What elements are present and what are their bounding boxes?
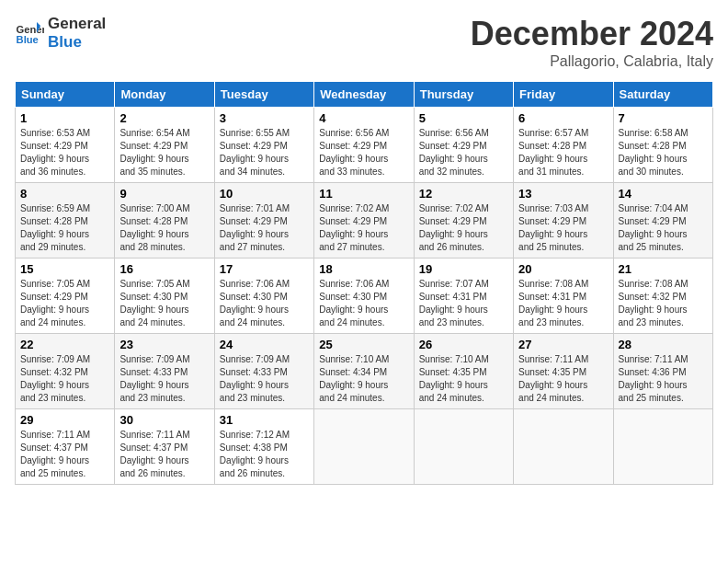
- day-info: Sunrise: 7:03 AMSunset: 4:29 PMDaylight:…: [518, 202, 608, 254]
- day-cell: 29Sunrise: 7:11 AMSunset: 4:37 PMDayligh…: [16, 409, 115, 485]
- day-info: Sunrise: 7:04 AMSunset: 4:29 PMDaylight:…: [619, 202, 708, 254]
- weekday-wednesday: Wednesday: [314, 82, 414, 108]
- day-cell: 14Sunrise: 7:04 AMSunset: 4:29 PMDayligh…: [613, 183, 712, 259]
- day-info: Sunrise: 7:02 AMSunset: 4:29 PMDaylight:…: [319, 202, 408, 254]
- day-info: Sunrise: 7:06 AMSunset: 4:30 PMDaylight:…: [319, 278, 408, 329]
- day-cell: 7Sunrise: 6:58 AMSunset: 4:28 PMDaylight…: [613, 108, 712, 183]
- day-number: 18: [319, 262, 408, 276]
- day-number: 8: [20, 187, 109, 201]
- day-cell: [514, 409, 613, 485]
- day-info: Sunrise: 7:11 AMSunset: 4:36 PMDaylight:…: [619, 353, 708, 405]
- day-number: 3: [220, 111, 309, 125]
- location-subtitle: Pallagorio, Calabria, Italy: [471, 53, 713, 70]
- title-block: December 2024 Pallagorio, Calabria, Ital…: [471, 15, 713, 70]
- day-number: 24: [220, 338, 309, 351]
- day-number: 11: [319, 187, 408, 201]
- day-info: Sunrise: 7:09 AMSunset: 4:33 PMDaylight:…: [119, 353, 209, 405]
- day-cell: 1Sunrise: 6:53 AMSunset: 4:29 PMDaylight…: [16, 108, 115, 183]
- day-number: 9: [119, 187, 209, 201]
- day-info: Sunrise: 6:55 AMSunset: 4:29 PMDaylight:…: [220, 127, 309, 178]
- day-cell: 19Sunrise: 7:07 AMSunset: 4:31 PMDayligh…: [414, 259, 513, 334]
- weekday-monday: Monday: [115, 82, 214, 108]
- week-row-3: 15Sunrise: 7:05 AMSunset: 4:29 PMDayligh…: [16, 259, 713, 334]
- day-number: 15: [20, 262, 109, 276]
- day-cell: 22Sunrise: 7:09 AMSunset: 4:32 PMDayligh…: [16, 334, 115, 409]
- day-cell: 30Sunrise: 7:11 AMSunset: 4:37 PMDayligh…: [115, 409, 214, 485]
- day-info: Sunrise: 7:05 AMSunset: 4:30 PMDaylight:…: [119, 278, 209, 329]
- day-cell: 28Sunrise: 7:11 AMSunset: 4:36 PMDayligh…: [613, 334, 712, 409]
- day-number: 10: [220, 187, 309, 201]
- day-number: 22: [20, 338, 109, 351]
- day-cell: [414, 409, 513, 485]
- calendar-table: SundayMondayTuesdayWednesdayThursdayFrid…: [15, 81, 713, 485]
- day-cell: 12Sunrise: 7:02 AMSunset: 4:29 PMDayligh…: [414, 183, 513, 259]
- week-row-2: 8Sunrise: 6:59 AMSunset: 4:28 PMDaylight…: [16, 183, 713, 259]
- day-cell: 26Sunrise: 7:10 AMSunset: 4:35 PMDayligh…: [414, 334, 513, 409]
- day-info: Sunrise: 7:10 AMSunset: 4:35 PMDaylight:…: [419, 353, 508, 405]
- day-number: 29: [20, 413, 109, 427]
- day-number: 20: [518, 262, 608, 276]
- day-info: Sunrise: 6:53 AMSunset: 4:29 PMDaylight:…: [20, 127, 109, 178]
- day-info: Sunrise: 7:06 AMSunset: 4:30 PMDaylight:…: [220, 278, 309, 329]
- day-info: Sunrise: 7:00 AMSunset: 4:28 PMDaylight:…: [119, 202, 209, 254]
- day-info: Sunrise: 7:09 AMSunset: 4:32 PMDaylight:…: [20, 353, 109, 405]
- day-cell: 24Sunrise: 7:09 AMSunset: 4:33 PMDayligh…: [214, 334, 313, 409]
- day-number: 4: [319, 111, 408, 125]
- day-number: 1: [20, 111, 109, 125]
- day-number: 19: [419, 262, 508, 276]
- week-row-1: 1Sunrise: 6:53 AMSunset: 4:29 PMDaylight…: [16, 108, 713, 183]
- day-cell: 6Sunrise: 6:57 AMSunset: 4:28 PMDaylight…: [514, 108, 613, 183]
- day-number: 30: [119, 413, 209, 427]
- day-cell: 4Sunrise: 6:56 AMSunset: 4:29 PMDaylight…: [314, 108, 414, 183]
- month-title: December 2024: [471, 15, 713, 53]
- day-cell: 10Sunrise: 7:01 AMSunset: 4:29 PMDayligh…: [214, 183, 313, 259]
- day-info: Sunrise: 7:11 AMSunset: 4:35 PMDaylight:…: [518, 353, 608, 405]
- day-cell: 2Sunrise: 6:54 AMSunset: 4:29 PMDaylight…: [115, 108, 214, 183]
- weekday-tuesday: Tuesday: [214, 82, 313, 108]
- day-info: Sunrise: 7:09 AMSunset: 4:33 PMDaylight:…: [220, 353, 309, 405]
- logo: General Blue General Blue: [15, 15, 106, 52]
- week-row-4: 22Sunrise: 7:09 AMSunset: 4:32 PMDayligh…: [16, 334, 713, 409]
- weekday-sunday: Sunday: [16, 82, 115, 108]
- day-info: Sunrise: 7:11 AMSunset: 4:37 PMDaylight:…: [20, 429, 109, 480]
- weekday-saturday: Saturday: [613, 82, 712, 108]
- day-number: 7: [619, 111, 708, 125]
- day-cell: 21Sunrise: 7:08 AMSunset: 4:32 PMDayligh…: [613, 259, 712, 334]
- logo-general: General: [48, 15, 106, 33]
- day-cell: 11Sunrise: 7:02 AMSunset: 4:29 PMDayligh…: [314, 183, 414, 259]
- day-cell: 8Sunrise: 6:59 AMSunset: 4:28 PMDaylight…: [16, 183, 115, 259]
- day-number: 5: [419, 111, 508, 125]
- logo-blue: Blue: [48, 33, 106, 52]
- weekday-friday: Friday: [514, 82, 613, 108]
- day-cell: 13Sunrise: 7:03 AMSunset: 4:29 PMDayligh…: [514, 183, 613, 259]
- day-info: Sunrise: 7:12 AMSunset: 4:38 PMDaylight:…: [220, 429, 309, 480]
- day-cell: 25Sunrise: 7:10 AMSunset: 4:34 PMDayligh…: [314, 334, 414, 409]
- logo-icon: General Blue: [15, 18, 44, 48]
- day-cell: 27Sunrise: 7:11 AMSunset: 4:35 PMDayligh…: [514, 334, 613, 409]
- day-cell: 5Sunrise: 6:56 AMSunset: 4:29 PMDaylight…: [414, 108, 513, 183]
- day-info: Sunrise: 6:58 AMSunset: 4:28 PMDaylight:…: [619, 127, 708, 178]
- day-number: 16: [119, 262, 209, 276]
- day-cell: 20Sunrise: 7:08 AMSunset: 4:31 PMDayligh…: [514, 259, 613, 334]
- day-info: Sunrise: 6:54 AMSunset: 4:29 PMDaylight:…: [119, 127, 209, 178]
- day-cell: 17Sunrise: 7:06 AMSunset: 4:30 PMDayligh…: [214, 259, 313, 334]
- day-number: 27: [518, 338, 608, 351]
- day-info: Sunrise: 7:05 AMSunset: 4:29 PMDaylight:…: [20, 278, 109, 329]
- calendar-body: 1Sunrise: 6:53 AMSunset: 4:29 PMDaylight…: [16, 108, 713, 485]
- day-number: 6: [518, 111, 608, 125]
- day-number: 26: [419, 338, 508, 351]
- day-number: 14: [619, 187, 708, 201]
- day-number: 17: [220, 262, 309, 276]
- day-number: 28: [619, 338, 708, 351]
- day-cell: [613, 409, 712, 485]
- day-cell: [314, 409, 414, 485]
- day-info: Sunrise: 7:11 AMSunset: 4:37 PMDaylight:…: [119, 429, 209, 480]
- day-cell: 31Sunrise: 7:12 AMSunset: 4:38 PMDayligh…: [214, 409, 313, 485]
- day-cell: 18Sunrise: 7:06 AMSunset: 4:30 PMDayligh…: [314, 259, 414, 334]
- svg-text:Blue: Blue: [17, 35, 39, 46]
- day-number: 25: [319, 338, 408, 351]
- day-info: Sunrise: 6:56 AMSunset: 4:29 PMDaylight:…: [319, 127, 408, 178]
- day-info: Sunrise: 7:02 AMSunset: 4:29 PMDaylight:…: [419, 202, 508, 254]
- day-number: 13: [518, 187, 608, 201]
- day-info: Sunrise: 7:08 AMSunset: 4:31 PMDaylight:…: [518, 278, 608, 329]
